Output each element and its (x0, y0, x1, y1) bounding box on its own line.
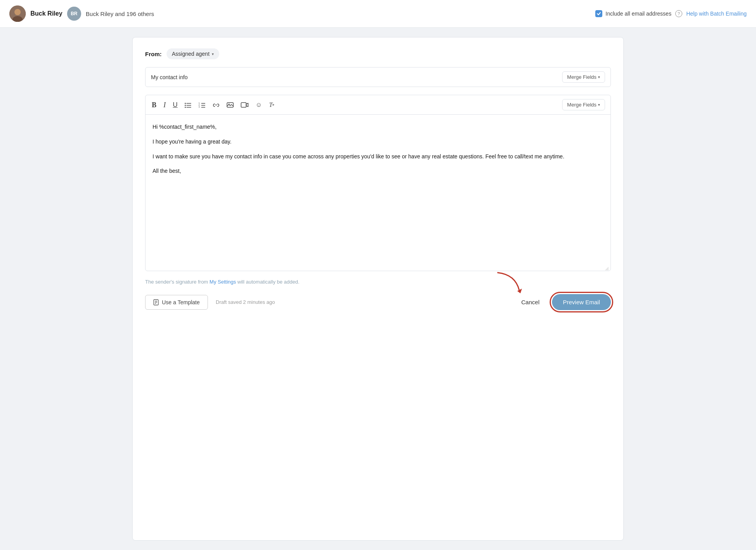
use-template-button[interactable]: Use a Template (145, 295, 208, 310)
preview-email-button[interactable]: Preview Email (552, 294, 611, 310)
merge-fields-chevron-icon: ▾ (598, 75, 600, 79)
ordered-list-button[interactable]: 1. 2. 3. (198, 101, 206, 109)
bold-button[interactable]: B (151, 101, 157, 109)
action-bar-right: Cancel Preview Email (516, 294, 611, 310)
subject-input[interactable] (151, 74, 562, 80)
signature-suffix: will automatically be added. (236, 279, 300, 285)
subject-merge-fields-button[interactable]: Merge Fields ▾ (562, 71, 605, 83)
header-right: Include all email addresses ? Help with … (595, 10, 747, 17)
my-settings-link[interactable]: My Settings (209, 279, 236, 285)
chevron-down-icon: ▾ (212, 52, 214, 56)
clear-format-button[interactable]: Tx (268, 101, 275, 109)
svg-text:3.: 3. (199, 106, 200, 108)
help-batch-emailing-link[interactable]: Help with Batch Emailing (686, 11, 747, 17)
svg-point-5 (185, 105, 186, 106)
include-label: Include all email addresses (605, 11, 671, 17)
subject-merge-fields-label: Merge Fields (567, 74, 596, 80)
body-merge-fields-button[interactable]: Merge Fields ▾ (562, 99, 605, 110)
draft-saved-label: Draft saved 2 minutes ago (216, 299, 275, 305)
from-label: From: (145, 51, 162, 57)
italic-button[interactable]: I (163, 101, 167, 109)
recipients-label: Buck Riley and 196 others (86, 11, 154, 17)
header-left: Buck Riley BR Buck Riley and 196 others (9, 5, 154, 22)
email-line-3: I want to make sure you have my contact … (153, 152, 603, 161)
email-card: From: Assigned agent ▾ Merge Fields ▾ B … (132, 37, 624, 541)
help-icon[interactable]: ? (675, 10, 682, 17)
assigned-agent-dropdown[interactable]: Assigned agent ▾ (167, 48, 220, 59)
toolbar-right: Merge Fields ▾ (562, 99, 605, 110)
email-line-4: All the best, (153, 167, 603, 176)
include-all-emails-checkbox[interactable]: Include all email addresses (595, 10, 671, 17)
image-button[interactable] (226, 101, 234, 109)
body-merge-fields-chevron-icon: ▾ (598, 103, 600, 107)
video-button[interactable] (240, 101, 249, 109)
checkbox-icon[interactable] (595, 10, 602, 17)
link-button[interactable] (212, 101, 220, 108)
emoji-button[interactable]: ☺ (255, 101, 263, 109)
action-bar-left: Use a Template Draft saved 2 minutes ago (145, 295, 275, 310)
email-line-1: Hi %contact_first_name%, (153, 122, 603, 132)
editor-body[interactable]: Hi %contact_first_name%, I hope you're h… (146, 115, 610, 271)
user-avatar (9, 5, 26, 22)
header: Buck Riley BR Buck Riley and 196 others … (0, 0, 756, 28)
email-editor: B I U (145, 95, 611, 271)
main-container: From: Assigned agent ▾ Merge Fields ▾ B … (0, 28, 756, 550)
svg-rect-17 (241, 103, 246, 107)
svg-marker-25 (517, 289, 522, 293)
underline-button[interactable]: U (172, 101, 178, 109)
cancel-button[interactable]: Cancel (516, 296, 544, 309)
use-template-label: Use a Template (162, 299, 200, 305)
svg-point-7 (185, 106, 186, 108)
toolbar-left: B I U (151, 101, 275, 109)
user-name: Buck Riley (30, 10, 62, 17)
editor-toolbar: B I U (146, 95, 610, 115)
svg-rect-15 (227, 103, 233, 107)
template-icon (153, 299, 159, 305)
svg-line-20 (608, 270, 609, 270)
svg-point-1 (14, 9, 21, 15)
subject-row: Merge Fields ▾ (145, 67, 611, 87)
signature-note: The sender's signature from My Settings … (145, 279, 611, 285)
email-line-2: I hope you're having a great day. (153, 137, 603, 147)
unordered-list-button[interactable] (184, 101, 192, 109)
body-merge-fields-label: Merge Fields (567, 102, 596, 108)
action-bar: Use a Template Draft saved 2 minutes ago… (145, 293, 611, 310)
resize-handle[interactable] (604, 264, 609, 269)
signature-prefix: The sender's signature from (145, 279, 209, 285)
svg-point-3 (185, 103, 186, 104)
recipient-avatar: BR (67, 7, 81, 21)
assigned-agent-value: Assigned agent (172, 51, 210, 57)
from-row: From: Assigned agent ▾ (145, 48, 611, 59)
